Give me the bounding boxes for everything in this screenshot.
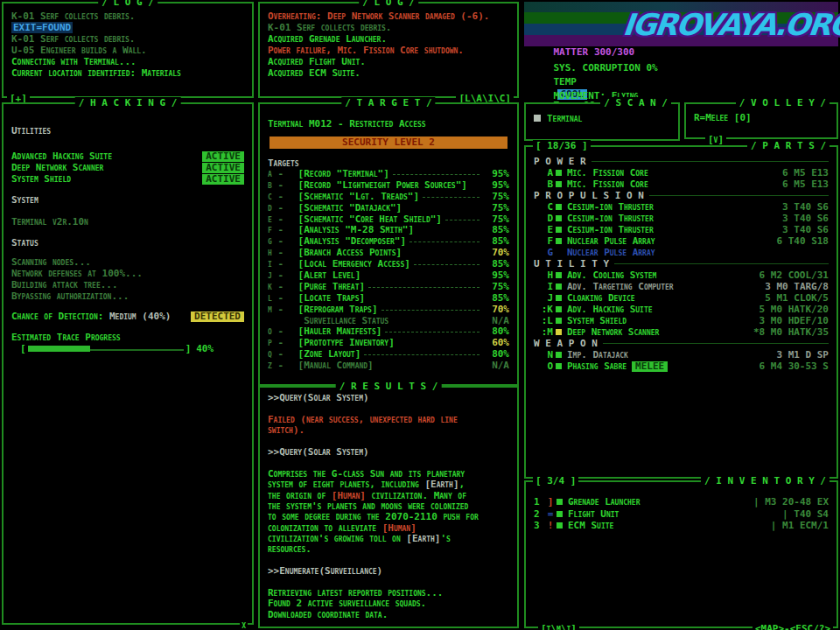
- inventory-sort-tabs[interactable]: [t\m\i]: [538, 623, 579, 630]
- result-line: >>Query(Solar System): [268, 447, 509, 458]
- part-slot-key: C: [534, 201, 556, 213]
- part-stats: 6 T40 S18: [776, 235, 829, 247]
- scan-body: Terminal: [526, 104, 678, 139]
- part-stats: 6 M5 E13: [782, 178, 829, 190]
- target-name: [Reprogram Traps]: [292, 304, 378, 316]
- target-row[interactable]: j - [Alert Level]95%: [268, 270, 509, 282]
- target-chance: 75%: [483, 192, 509, 203]
- part-row[interactable]: FNuclear Pulse Array6 T40 S18: [534, 235, 829, 247]
- part-state-icon: [556, 249, 562, 256]
- item-name: Flight Unit: [568, 508, 619, 521]
- target-key: k -: [268, 282, 292, 293]
- log-left-panel: / L O G / K-01 Serf collects debris.EXIT…: [2, 2, 254, 98]
- target-heading: Terminal M012 - Restricted Access: [268, 118, 509, 130]
- part-name: Deep Network Scanner: [567, 326, 659, 338]
- inventory-row[interactable]: 3!ECM Suite| M1 ECM/1: [534, 520, 829, 532]
- detection-label: Chance of Detection:: [11, 311, 109, 322]
- item-type-glyph: =: [544, 508, 556, 521]
- target-name: [Purge Threat]: [292, 282, 365, 293]
- part-row[interactable]: GNuclear Pulse Array: [534, 247, 829, 258]
- part-row[interactable]: AMic. Fission Core6 M5 E13: [534, 167, 829, 178]
- log-line: K-01 Serf collects debris.: [268, 22, 509, 33]
- part-stats: 3 M0 TARG/8: [765, 281, 829, 292]
- part-row[interactable]: HAdv. Cooling System6 M2 COOL/31: [534, 270, 829, 281]
- utility-active-badge: ACTIVE: [202, 151, 244, 162]
- target-name: [Record "Terminal"]: [292, 169, 389, 180]
- target-name: [Manual Command]: [292, 360, 374, 372]
- system-terminal-version: Terminal v2r.10n: [11, 216, 244, 228]
- part-name: Adv. Cooling System: [567, 270, 656, 281]
- target-row[interactable]: z - [Manual Command]N/A: [268, 360, 509, 372]
- temp-line: TEMP COOL Heat 8 (-41.0 -2.2): [524, 64, 838, 76]
- part-row[interactable]: CCesium-ion Thruster3 T40 S6: [534, 201, 829, 213]
- target-name: [Schematic "Lgt. Treads"]: [292, 192, 419, 203]
- target-row[interactable]: l - [Locate Traps]85%: [268, 293, 509, 304]
- hacking-status-line: Scanning nodes...: [11, 256, 244, 268]
- item-name: Grenade Launcher: [568, 496, 640, 508]
- utilities-heading: Utilities: [11, 125, 244, 136]
- hacking-status-line: Network defenses at 100%...: [11, 268, 244, 279]
- part-row[interactable]: ECesium-ion Thruster3 T40 S6: [534, 224, 829, 235]
- part-name: Mic. Fission Core: [567, 167, 648, 178]
- scan-item: Terminal: [547, 113, 582, 124]
- parts-section-heading: U T I L I T Y: [534, 258, 829, 270]
- part-name: Cesium-ion Thruster: [567, 201, 654, 213]
- part-row[interactable]: NImp. Datajack3 M1 D SP: [534, 349, 829, 360]
- results-body[interactable]: >>Query(Solar System) Failed (near succe…: [260, 388, 517, 626]
- target-row[interactable]: k - [Purge Threat]75%: [268, 282, 509, 293]
- inventory-row[interactable]: 1]Grenade Launcher| M3 20-48 EX: [534, 496, 829, 508]
- part-row[interactable]: :KAdv. Hacking Suite5 M0 HATK/20: [534, 304, 829, 315]
- log-line: Overheating: Deep Network Scanner damage…: [268, 10, 509, 22]
- part-state-icon: [556, 363, 562, 369]
- part-row[interactable]: OPhasing SabreMELEE6 M4 30-53 S: [534, 360, 829, 372]
- part-row[interactable]: :MDeep Network Scanner*8 M0 HATK/35: [534, 326, 829, 338]
- parts-body: P O W E RAMic. Fission Core6 M5 E13BMic.…: [526, 147, 836, 477]
- trace-progress-bar: [ ] 40%: [20, 343, 244, 354]
- part-stats: 5 M1 CLOK/5: [765, 292, 829, 304]
- cogmind-screen: / L O G / K-01 Serf collects debris.EXIT…: [0, 0, 840, 630]
- target-key: a -: [268, 169, 292, 180]
- target-row[interactable]: d - [Schematic "Datajack"]75%: [268, 203, 509, 214]
- target-row[interactable]: m - [Reprogram Traps]70%: [268, 304, 509, 316]
- target-row[interactable]: b - [Record "Lightweight Power Sources"]…: [268, 180, 509, 192]
- volley-toggle-tab[interactable]: [v]: [705, 134, 726, 145]
- target-key: l -: [268, 293, 292, 304]
- part-name: Phasing Sabre: [567, 360, 626, 372]
- target-chance: 95%: [483, 180, 509, 192]
- part-row[interactable]: IAdv. Targeting Computer3 M0 TARG/8: [534, 281, 829, 292]
- part-row[interactable]: BMic. Fission Core6 M5 E13: [534, 178, 829, 190]
- utility-name: System Shield: [11, 173, 71, 185]
- inventory-slot-number: 2: [534, 508, 544, 521]
- utility-name: Advanced Hacking Suite: [11, 150, 112, 162]
- detection-value: Medium (40%): [109, 311, 171, 322]
- part-slot-key: G: [534, 247, 556, 258]
- inventory-row[interactable]: 2=Flight Unit| T40 S4: [534, 508, 829, 521]
- part-state-icon: [556, 318, 562, 324]
- hacking-utility-row: System ShieldACTIVE: [11, 173, 244, 185]
- log-line: U-05 Engineer builds a Wall.: [11, 45, 244, 56]
- security-level-bar: SECURITY LEVEL 2: [270, 136, 508, 149]
- target-row[interactable]: c - [Schematic "Lgt. Treads"]75%: [268, 192, 509, 203]
- part-stats: *8 M0 HATK/35: [753, 326, 829, 338]
- target-key: m -: [268, 304, 292, 316]
- log-mid-panel: / L O G / Overheating: Deep Network Scan…: [258, 2, 519, 98]
- part-slot-key: H: [534, 270, 556, 281]
- part-name: Nuclear Pulse Array: [567, 247, 655, 258]
- part-name: Cloaking Device: [567, 292, 635, 304]
- target-key: d -: [268, 203, 292, 214]
- part-name: Nuclear Pulse Array: [567, 235, 655, 247]
- target-panel: / T A R G E T / Terminal M012 - Restrict…: [258, 102, 519, 386]
- part-row[interactable]: :LSystem Shield3 M0 HDEF/10: [534, 315, 829, 326]
- target-key: j -: [268, 270, 292, 282]
- log-line: Acquired ECM Suite.: [268, 67, 509, 79]
- close-hacking-button[interactable]: x: [240, 620, 248, 630]
- map-esc-buttons[interactable]: <MAP>-<ESC/?>: [752, 623, 833, 630]
- part-slot-key: :M: [534, 326, 556, 338]
- part-state-icon: [556, 306, 562, 312]
- target-row[interactable]: a - [Record "Terminal"]95%: [268, 169, 509, 180]
- part-row[interactable]: JCloaking Device5 M1 CLOK/5: [534, 292, 829, 304]
- scan-panel: / S C A N / Terminal: [524, 102, 680, 141]
- part-slot-key: A: [534, 167, 556, 178]
- part-row[interactable]: DCesium-ion Thruster3 T40 S6: [534, 213, 829, 224]
- inventory-body: 1]Grenade Launcher| M3 20-48 EX2=Flight …: [526, 482, 836, 626]
